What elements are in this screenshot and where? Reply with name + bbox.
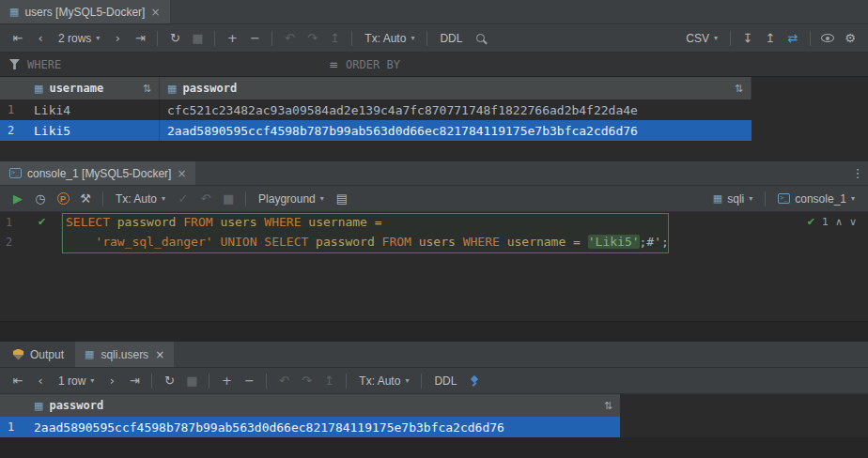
pin-tab-button[interactable] (464, 372, 485, 390)
cancel-query-button[interactable]: ■ (218, 190, 239, 208)
view-options-button[interactable] (817, 29, 838, 48)
sql-token: users (411, 235, 463, 249)
close-icon[interactable]: × (155, 349, 164, 360)
stop-button[interactable]: ■ (181, 372, 202, 390)
playground-mode-dropdown[interactable]: Playground ▾ (253, 190, 330, 208)
find-button[interactable] (470, 29, 490, 48)
sql-statement-line[interactable]: 'raw_sql_danger' UNION SELECT password F… (62, 235, 669, 249)
export-icon: ↧ (743, 32, 753, 44)
table-row-selected[interactable]: 2 Liki5 2aad5890595ccf4598b787b99ab563d0… (0, 120, 752, 141)
history-clock-icon: ◷ (35, 192, 45, 205)
tab-users-table[interactable]: ▦ users [MySQL5-Docker] × (0, 0, 170, 23)
next-row-icon: › (116, 32, 120, 44)
ddl-button[interactable]: DDL (434, 29, 468, 48)
sql-token: password (110, 215, 183, 229)
compare-data-button[interactable]: ⇄ (783, 29, 803, 48)
previous-problem-icon[interactable]: ∧ (835, 217, 843, 227)
parameters-button[interactable]: P (53, 190, 73, 208)
cell-username[interactable]: Liki5 (26, 120, 160, 141)
toolbar-divider (810, 31, 811, 46)
pin-icon (469, 375, 480, 387)
next-row-button[interactable]: › (107, 29, 128, 48)
next-problem-icon[interactable]: ∨ (849, 217, 857, 227)
where-filter-field[interactable]: WHERE (0, 53, 319, 76)
import-data-button[interactable]: ↥ (760, 29, 781, 48)
result-page-size-dropdown[interactable]: 1 row ▾ (53, 372, 100, 390)
close-icon[interactable]: × (150, 7, 160, 18)
toolbar-divider (102, 191, 103, 206)
console-toolbar: ▶ ◷ P ⚒ Tx: Auto ▾ ✓ ↶ ■ Playground ▾ ▤ … (0, 186, 868, 212)
undo-button[interactable]: ↶ (279, 29, 300, 48)
undo-button[interactable]: ↶ (273, 372, 294, 390)
last-row-button[interactable]: ⇥ (124, 372, 145, 390)
order-by-field[interactable]: ≡ ORDER BY (319, 53, 410, 76)
submit-icon: ↥ (330, 32, 340, 44)
cell-username[interactable]: Liki4 (26, 99, 160, 120)
session-selector[interactable]: >_ console_1 ▾ (772, 190, 860, 208)
reload-button[interactable]: ↻ (159, 372, 179, 390)
column-header-password[interactable]: ▦ password ⇅ (160, 77, 752, 99)
tab-result-label: sqli.users (101, 348, 148, 361)
add-row-button[interactable]: + (222, 29, 242, 48)
output-layout-button[interactable]: ▤ (332, 190, 352, 208)
console-tx-dropdown[interactable]: Tx: Auto ▾ (110, 190, 171, 208)
schema-selector[interactable]: ▦ sqli ▾ (707, 190, 758, 208)
sql-statement-line[interactable]: SELECT password FROM users WHERE usernam… (62, 215, 382, 229)
sort-icon[interactable]: ⇅ (604, 401, 612, 411)
table-row-selected[interactable]: 1 2aad5890595ccf4598b787b99ab563d0d66ec8… (0, 417, 620, 437)
previous-row-icon: ‹ (38, 32, 42, 44)
export-format-dropdown[interactable]: CSV ▾ (680, 29, 723, 48)
sort-icon[interactable]: ⇅ (735, 84, 743, 94)
stop-button[interactable]: ■ (187, 29, 208, 48)
row-number: 2 (0, 124, 26, 137)
add-row-button[interactable]: + (216, 372, 237, 390)
ddl-button[interactable]: DDL (428, 372, 462, 390)
table-row[interactable]: 1 Liki4 cfc521c23482ac93a09584ad2e139c4a… (0, 99, 752, 120)
tab-result-grid[interactable]: ▦ sqli.users × (75, 342, 174, 367)
tab-console[interactable]: >_ console_1 [MySQL5-Docker] × (0, 161, 195, 185)
tab-output[interactable]: Output (4, 342, 73, 367)
tx-mode-label: Tx: Auto (364, 32, 406, 45)
run-button[interactable]: ▶ (8, 190, 28, 208)
previous-row-button[interactable]: ‹ (30, 372, 51, 390)
submit-button[interactable]: ↥ (324, 29, 345, 48)
delete-row-button[interactable]: − (239, 372, 259, 390)
first-row-button[interactable]: ⇤ (8, 372, 28, 390)
query-history-button[interactable]: ◷ (30, 190, 51, 208)
previous-row-button[interactable]: ‹ (30, 29, 51, 48)
sql-token: 'raw_sql_danger' (95, 235, 212, 249)
export-data-button[interactable]: ↧ (737, 29, 758, 48)
result-tx-dropdown[interactable]: Tx: Auto ▾ (353, 372, 414, 390)
reload-button[interactable]: ↻ (164, 29, 185, 48)
commit-button[interactable]: ✓ (173, 190, 194, 208)
redo-button[interactable]: ↷ (302, 29, 322, 48)
tab-output-label: Output (30, 348, 64, 361)
cell-password[interactable]: 2aad5890595ccf4598b787b99ab563d0d66ec821… (26, 417, 620, 437)
grid-corner (0, 394, 26, 417)
rollback-button[interactable]: ↶ (195, 190, 216, 208)
line-number: 1 (6, 216, 17, 229)
tab-console-label: console_1 [MySQL5-Docker] (27, 167, 171, 180)
page-size-dropdown[interactable]: 2 rows ▾ (53, 29, 105, 48)
cell-password[interactable]: cfc521c23482ac93a09584ad2e139c4a7fc87077… (160, 99, 752, 120)
first-row-button[interactable]: ⇤ (8, 29, 28, 48)
cell-password[interactable]: 2aad5890595ccf4598b787b99ab563d0d66ec821… (160, 120, 752, 141)
redo-button[interactable]: ↷ (296, 372, 317, 390)
next-row-button[interactable]: › (101, 372, 122, 390)
playground-label: Playground (258, 192, 316, 206)
column-header-username[interactable]: ▦ username ⇅ (26, 77, 160, 99)
last-row-button[interactable]: ⇥ (130, 29, 150, 48)
tx-mode-dropdown[interactable]: Tx: Auto ▾ (359, 29, 420, 48)
sql-editor[interactable]: 1 ✔ SELECT password FROM users WHERE use… (0, 212, 868, 321)
submit-button[interactable]: ↥ (318, 372, 339, 390)
console-settings-button[interactable]: ⚒ (75, 190, 96, 208)
result-toolbar: ⇤ ‹ 1 row ▾ › ⇥ ↻ ■ + − ↶ ↷ ↥ Tx: Auto ▾… (0, 368, 868, 394)
delete-row-button[interactable]: − (244, 29, 265, 48)
column-header-password[interactable]: ▦ password ⇅ (26, 394, 620, 417)
sort-icon[interactable]: ⇅ (143, 84, 151, 94)
commit-check-icon: ✓ (178, 192, 189, 205)
close-icon[interactable]: × (177, 168, 186, 179)
settings-button[interactable]: ⚙ (840, 29, 860, 48)
more-options-button[interactable]: ⋮ (847, 164, 868, 183)
submit-icon: ↥ (324, 374, 334, 387)
